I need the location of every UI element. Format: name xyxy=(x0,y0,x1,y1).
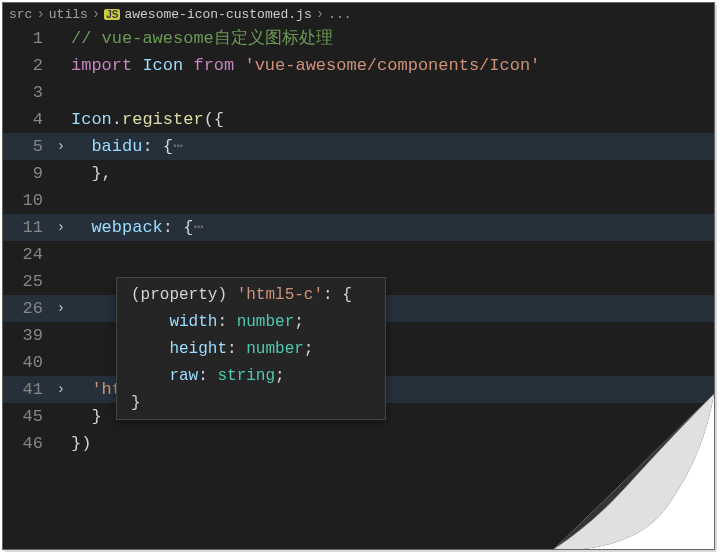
code-line[interactable]: 11› webpack: {⋯ xyxy=(3,214,714,241)
code-line[interactable]: 10 xyxy=(3,187,714,214)
code-line[interactable]: 5› baidu: {⋯ xyxy=(3,133,714,160)
code-content[interactable]: baidu: {⋯ xyxy=(71,133,183,160)
code-line[interactable]: 1// vue-awesome自定义图标处理 xyxy=(3,25,714,52)
line-number: 45 xyxy=(3,403,51,430)
breadcrumb-symbol[interactable]: ... xyxy=(328,7,351,22)
editor-window: src › utils › JS awesome-icon-customed.j… xyxy=(2,2,715,550)
code-content[interactable]: }, xyxy=(71,160,112,187)
line-number: 25 xyxy=(3,268,51,295)
chevron-right-icon: › xyxy=(36,6,44,22)
code-content[interactable]: }) xyxy=(71,430,91,457)
code-content[interactable]: Icon.register({ xyxy=(71,106,224,133)
breadcrumb[interactable]: src › utils › JS awesome-icon-customed.j… xyxy=(3,3,714,25)
code-line[interactable]: 4Icon.register({ xyxy=(3,106,714,133)
line-number: 46 xyxy=(3,430,51,457)
fold-chevron-icon[interactable]: › xyxy=(51,214,71,241)
code-content[interactable]: import Icon from 'vue-awesome/components… xyxy=(71,52,540,79)
line-number: 40 xyxy=(3,349,51,376)
code-line[interactable]: 2import Icon from 'vue-awesome/component… xyxy=(3,52,714,79)
code-content[interactable]: // vue-awesome自定义图标处理 xyxy=(71,25,333,52)
line-number: 1 xyxy=(3,25,51,52)
code-line[interactable]: 24 xyxy=(3,241,714,268)
js-file-icon: JS xyxy=(104,9,120,20)
line-number: 39 xyxy=(3,322,51,349)
breadcrumb-file[interactable]: awesome-icon-customed.js xyxy=(124,7,311,22)
code-content[interactable]: } xyxy=(71,403,102,430)
line-number: 26 xyxy=(3,295,51,322)
line-number: 4 xyxy=(3,106,51,133)
code-line[interactable]: 3 xyxy=(3,79,714,106)
breadcrumb-folder[interactable]: utils xyxy=(49,7,88,22)
line-number: 9 xyxy=(3,160,51,187)
code-content[interactable]: webpack: {⋯ xyxy=(71,214,204,241)
line-number: 3 xyxy=(3,79,51,106)
line-number: 5 xyxy=(3,133,51,160)
fold-chevron-icon[interactable]: › xyxy=(51,376,71,403)
fold-chevron-icon[interactable]: › xyxy=(51,295,71,322)
code-line[interactable]: 9 }, xyxy=(3,160,714,187)
breadcrumb-root[interactable]: src xyxy=(9,7,32,22)
line-number: 24 xyxy=(3,241,51,268)
line-number: 10 xyxy=(3,187,51,214)
line-number: 11 xyxy=(3,214,51,241)
chevron-right-icon: › xyxy=(92,6,100,22)
line-number: 2 xyxy=(3,52,51,79)
hover-tooltip: (property) 'html5-c': { width: number; h… xyxy=(116,277,386,420)
line-number: 41 xyxy=(3,376,51,403)
code-line[interactable]: 46}) xyxy=(3,430,714,457)
chevron-right-icon: › xyxy=(316,6,324,22)
fold-chevron-icon[interactable]: › xyxy=(51,133,71,160)
